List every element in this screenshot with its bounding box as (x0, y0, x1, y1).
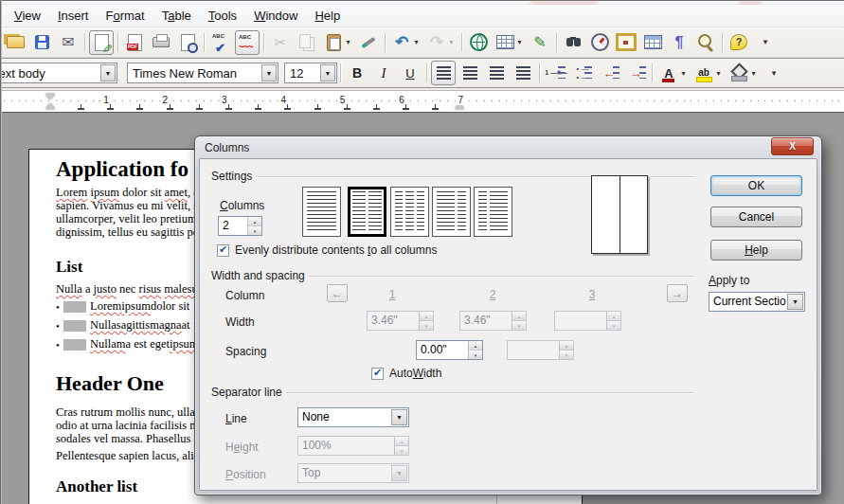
spacing-field-1[interactable]: 0.00"▴▾ (416, 340, 483, 360)
decrease-indent-button[interactable]: ← (597, 61, 621, 85)
bold-button[interactable]: B (345, 61, 369, 85)
font-size-combo[interactable]: 12 ▼ (284, 63, 337, 83)
chevron-down-icon[interactable]: ▾ (412, 38, 421, 46)
autowidth-checkbox-row[interactable]: AutoWidth (371, 367, 441, 380)
formatting-marks-button[interactable]: ¶ (667, 30, 691, 55)
spin-up-icon[interactable]: ▴ (469, 341, 482, 351)
columns-count-spinner[interactable]: 2 ▴▾ (218, 216, 262, 236)
zoom-button[interactable] (693, 30, 718, 55)
overflow-button[interactable]: ▾ (753, 30, 778, 55)
tab-stop-marker[interactable] (403, 104, 409, 110)
column-header-1[interactable]: 1 (389, 288, 396, 301)
preset-three-columns[interactable] (390, 187, 429, 237)
highlighting-button[interactable]: ab▾ (691, 61, 725, 85)
insert-table-button[interactable]: ▾ (493, 30, 526, 55)
align-left-button[interactable] (431, 61, 456, 85)
save-button[interactable] (29, 30, 54, 55)
navigator-button[interactable] (587, 30, 612, 55)
next-column-button[interactable]: → (667, 284, 688, 302)
close-icon[interactable]: X (771, 137, 814, 155)
tab-stop-marker[interactable] (344, 104, 350, 110)
menu-item-window[interactable]: Window (245, 7, 306, 25)
draw-functions-button[interactable]: ✎ (528, 30, 552, 55)
tab-stop-marker[interactable] (167, 104, 173, 110)
tab-stop-marker[interactable] (107, 104, 114, 110)
spinner-buttons[interactable]: ▴▾ (468, 341, 482, 359)
find-replace-button[interactable] (561, 30, 585, 55)
dialog-title[interactable]: Columns (205, 141, 249, 154)
horizontal-ruler[interactable]: 1234567 (0, 90, 844, 112)
chevron-down-icon[interactable]: ▾ (344, 38, 352, 46)
chevron-down-icon[interactable]: ▼ (320, 64, 335, 81)
left-indent-marker[interactable] (45, 103, 55, 109)
underline-button[interactable]: U (398, 61, 422, 85)
distribute-checkbox-row[interactable]: Evenly distribute contents to all column… (217, 243, 437, 257)
page-preview-button[interactable] (175, 30, 200, 55)
paste-button[interactable]: ▾ (321, 30, 354, 55)
align-justify-button[interactable] (511, 61, 535, 85)
preset-right-weighted[interactable] (474, 187, 512, 237)
print-button[interactable] (149, 30, 173, 55)
hyperlink-button[interactable] (466, 30, 491, 55)
spellcheck-button[interactable] (208, 30, 233, 55)
bullet-list-button[interactable] (570, 61, 595, 85)
tab-stop-marker[interactable] (255, 104, 261, 110)
first-line-indent-marker[interactable] (45, 94, 55, 99)
checkbox-checked-icon[interactable] (217, 244, 229, 257)
italic-button[interactable]: I (371, 61, 396, 85)
export-pdf-button[interactable] (122, 30, 147, 55)
apply-to-dropdown[interactable]: Current Section ▼ (709, 292, 805, 312)
menu-item-tools[interactable]: Tools (200, 7, 245, 25)
cancel-button[interactable]: Cancel (710, 207, 802, 227)
tab-stop-marker[interactable] (373, 104, 380, 110)
checkbox-checked-icon[interactable] (371, 368, 384, 380)
auto-spellcheck-button[interactable] (235, 30, 260, 55)
tab-stop-marker[interactable] (284, 104, 291, 110)
clone-formatting-button[interactable] (356, 30, 381, 55)
tab-stop-marker[interactable] (225, 104, 232, 110)
background-color-button[interactable]: ▾ (727, 61, 760, 85)
align-right-button[interactable] (484, 61, 509, 85)
prev-column-button[interactable]: ← (327, 284, 348, 302)
tab-stop-marker[interactable] (432, 104, 439, 110)
chevron-down-icon[interactable]: ▾ (515, 38, 524, 46)
menu-item-help[interactable]: Help (306, 7, 349, 25)
tab-stop-marker[interactable] (196, 104, 203, 110)
chevron-down-icon[interactable]: ▾ (679, 69, 688, 78)
menu-item-view[interactable]: View (6, 7, 49, 25)
open-button[interactable] (3, 30, 27, 55)
preset-two-columns[interactable] (348, 187, 386, 237)
line-style-dropdown[interactable]: None ▼ (297, 407, 409, 427)
gallery-button[interactable] (614, 30, 638, 55)
data-sources-button[interactable] (640, 30, 665, 55)
chevron-down-icon[interactable]: ▼ (391, 409, 407, 425)
chevron-down-icon[interactable]: ▾ (749, 69, 758, 78)
menu-item-format[interactable]: Format (97, 7, 153, 25)
email-button[interactable]: ✉ (56, 30, 81, 55)
column-header-2[interactable]: 2 (490, 288, 496, 301)
tab-stop-marker[interactable] (78, 104, 84, 110)
ok-button[interactable]: OK (710, 175, 802, 196)
help-button[interactable]: Help (710, 240, 802, 261)
menu-item-table[interactable]: Table (153, 7, 200, 25)
help-button[interactable] (727, 30, 751, 55)
numbered-list-button[interactable] (544, 61, 568, 85)
tab-stop-marker[interactable] (136, 104, 143, 110)
chevron-down-icon[interactable]: ▾ (447, 38, 456, 46)
chevron-down-icon[interactable]: ▼ (787, 294, 803, 310)
paragraph-style-combo[interactable]: Text body ▼ (0, 63, 117, 83)
chevron-down-icon[interactable]: ▾ (714, 69, 723, 78)
menu-item-insert[interactable]: Insert (49, 7, 98, 25)
font-color-button[interactable]: A▾ (656, 61, 690, 85)
tab-stop-marker[interactable] (314, 104, 321, 110)
spin-down-icon[interactable]: ▾ (469, 351, 482, 359)
font-name-combo[interactable]: Times New Roman ▼ (127, 63, 278, 83)
preset-one-column[interactable] (302, 187, 341, 237)
edit-file-button[interactable] (89, 30, 114, 55)
chevron-down-icon[interactable]: ▼ (261, 64, 277, 81)
chevron-down-icon[interactable]: ▼ (100, 64, 116, 81)
overflow2-button[interactable]: ▾ (762, 61, 786, 85)
undo-button[interactable]: ↶▾ (389, 30, 422, 55)
align-center-button[interactable] (458, 61, 482, 85)
increase-indent-button[interactable]: → (623, 61, 648, 85)
